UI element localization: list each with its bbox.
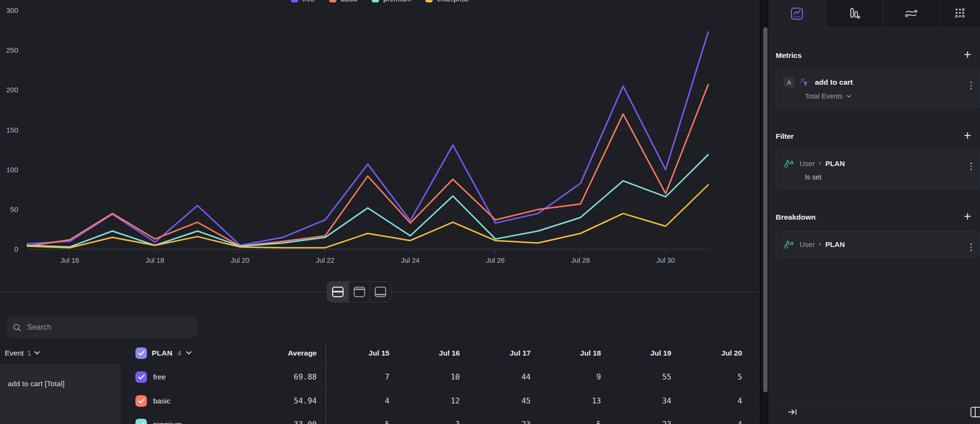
tab-flows[interactable] [882,0,939,27]
column-divider [325,341,326,424]
breakdown-property-path: User PLAN [800,240,845,248]
row-value: 34 [609,389,671,413]
event-column-header[interactable]: Event 1 [5,341,40,365]
legend-item-enterprise[interactable]: enterprise [425,0,469,3]
filter-operator[interactable]: Is set [776,168,980,189]
legend-item-free[interactable]: free [291,0,315,3]
legend-swatch-enterprise [425,0,433,2]
metrics-section-header: Metrics + [776,51,980,61]
plan-select-all-checkbox[interactable] [135,347,147,359]
analytics-app: 050100150200250300Jul 16Jul 18Jul 20Jul … [0,0,980,424]
row-value: 44 [468,365,531,389]
svg-text:Jul 22: Jul 22 [316,257,334,264]
chart-legend: free basic premium enterprise [0,0,760,6]
open-side-panel-button[interactable] [970,406,980,420]
aggregation-selector[interactable]: Total Events [776,88,980,108]
search-box[interactable] [6,317,198,338]
plan-count: 4 [177,349,181,357]
main-area: 050100150200250300Jul 16Jul 18Jul 20Jul … [0,0,760,424]
legend-item-premium[interactable]: premium [372,0,411,3]
row-value: 3 [398,413,460,424]
legend-label: free [302,0,315,3]
event-row-cell[interactable]: add to cart [Total] [0,365,121,424]
metric-card[interactable]: A add to cart Total Events [776,69,980,108]
bottom-panel-icon [375,287,386,297]
average-column-header: Average [255,341,317,365]
svg-text:100: 100 [6,166,18,174]
filter-card[interactable]: Aa User PLAN Is set [776,150,980,189]
metric-options-kebab-icon[interactable] [969,79,974,91]
tab-more-apps[interactable] [939,0,980,27]
date-column-header: Jul 16 [398,341,460,365]
row-checkbox-premium[interactable] [135,419,147,424]
row-label: basic [153,389,170,413]
row-value: 23 [609,413,671,424]
event-cursor-icon [800,78,810,88]
chevron-down-icon [34,351,40,355]
add-metric-button[interactable]: + [961,48,974,62]
legend-label: basic [341,0,357,3]
legend-label: enterprise [437,0,469,3]
filter-section-header: Filter + [776,132,980,142]
property-name: PLAN [825,240,845,248]
svg-text:Jul 30: Jul 30 [657,257,675,264]
row-value: 9 [539,365,601,389]
layout-split-button[interactable] [327,282,348,302]
top-panel-icon [354,287,365,297]
breakdown-title: Breakdown [776,213,816,221]
date-column-header: Jul 19 [609,341,671,365]
add-breakdown-button[interactable]: + [961,210,974,223]
legend-item-basic[interactable]: basic [329,0,357,3]
row-checkbox-free[interactable] [135,371,147,383]
layout-table-only-button[interactable] [369,282,391,302]
scrollbar-track[interactable] [760,0,768,424]
check-icon [138,422,145,424]
layout-chart-only-button[interactable] [348,282,370,302]
plan-header-label: PLAN [152,349,172,357]
date-column-header: Jul 15 [327,341,390,365]
check-icon [138,351,145,356]
row-value: 7 [327,365,390,389]
row-checkbox-basic[interactable] [135,395,147,407]
row-average: 69.88 [255,365,317,389]
row-label: free [153,365,166,389]
row-average: 33.00 [255,413,317,424]
row-label: premium [153,413,182,424]
legend-swatch-free [291,0,298,2]
chevron-right-icon [819,161,822,166]
date-column-header: Jul 20 [680,341,742,365]
row-value: 5 [539,413,601,424]
breakdown-card[interactable]: Aa User PLAN [776,231,980,257]
chevron-right-icon [819,242,822,246]
filter-title: Filter [776,132,794,140]
collapse-panel-button[interactable] [788,408,798,418]
svg-text:200: 200 [6,86,18,94]
search-input[interactable] [27,323,191,332]
query-sidebar: Metrics + A add to cart Total Events [768,0,980,424]
legend-swatch-basic [329,0,336,2]
check-icon [138,375,145,379]
plan-column-header[interactable]: PLAN 4 [135,341,191,365]
tab-bar-chart[interactable] [825,0,882,27]
breakdown-options-kebab-icon[interactable] [969,241,974,253]
filter-options-kebab-icon[interactable] [969,160,974,172]
svg-text:300: 300 [6,6,18,14]
event-row-label: add to cart [Total] [8,379,65,388]
text-property-icon: Aa [784,158,794,168]
svg-text:Jul 20: Jul 20 [231,257,249,264]
row-average: 54.94 [255,389,317,413]
scrollbar-thumb[interactable] [763,27,768,392]
row-value: 4 [680,413,742,424]
layout-toggle-group [327,281,391,302]
breakdown-table: Event 1 PLAN 4 [0,292,760,424]
svg-text:Jul 24: Jul 24 [401,257,420,264]
metric-event-name: add to cart [815,78,853,87]
add-filter-button[interactable]: + [961,129,974,143]
tab-insights[interactable] [768,0,825,27]
line-chart[interactable]: 050100150200250300Jul 16Jul 18Jul 20Jul … [0,0,760,292]
bar-chart-icon [848,7,860,20]
text-property-icon: Aa [784,239,794,249]
date-column-header: Jul 18 [539,341,601,365]
svg-text:150: 150 [6,126,18,134]
svg-text:0: 0 [14,245,18,253]
